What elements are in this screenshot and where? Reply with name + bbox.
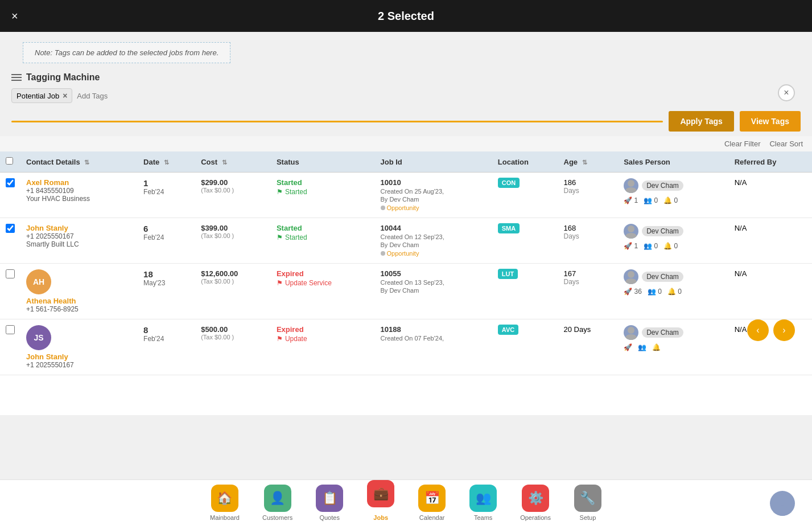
job-tag: Opportunity bbox=[381, 250, 419, 257]
job-tag: Opportunity bbox=[381, 204, 419, 211]
sales-person-name: Dev Cham bbox=[642, 181, 683, 191]
note-section: Note: Tags can be added to the selected … bbox=[0, 32, 812, 69]
header-age[interactable]: Age ⇅ bbox=[558, 151, 619, 173]
age-suffix: Days bbox=[564, 187, 613, 195]
table-row: Axel Roman +1 8435550109 Your HVAC Busin… bbox=[0, 173, 812, 218]
bottom-user-avatar[interactable] bbox=[770, 491, 795, 516]
date-month: Feb'24 bbox=[143, 233, 189, 241]
top-bar-title: 2 Selected bbox=[378, 10, 434, 23]
cost-main: $299.00 bbox=[201, 178, 265, 187]
next-page-button[interactable]: › bbox=[773, 319, 795, 341]
prev-page-button[interactable]: ‹ bbox=[747, 319, 769, 341]
sales-stats: 🚀 1 👥 0 🔔 0 bbox=[624, 196, 723, 204]
svg-point-4 bbox=[628, 271, 634, 278]
job-id: 10044 bbox=[381, 224, 487, 232]
job-by: By Dev Cham bbox=[381, 196, 487, 203]
nav-item-operations[interactable]: ⚙️ Operations bbox=[509, 480, 562, 526]
nav-label-customers: Customers bbox=[262, 514, 292, 521]
job-id: 10010 bbox=[381, 178, 487, 187]
sales-stats: 🚀 1 👥 0 🔔 0 bbox=[624, 242, 723, 250]
sales-person-name: Dev Cham bbox=[642, 272, 683, 282]
close-button[interactable]: × bbox=[11, 10, 18, 23]
nav-item-customers[interactable]: 👤 Customers bbox=[251, 480, 304, 526]
date-month: Feb'24 bbox=[143, 188, 189, 196]
select-all-checkbox[interactable] bbox=[6, 157, 13, 165]
contact-name[interactable]: John Stanly bbox=[26, 352, 132, 361]
header-status: Status bbox=[271, 151, 375, 173]
stat-people: 👥 bbox=[638, 343, 646, 351]
contact-company: Your HVAC Business bbox=[26, 195, 132, 203]
age-text: 168 bbox=[564, 224, 613, 232]
cost-tax: (Tax $0.00 ) bbox=[201, 187, 265, 194]
header-location: Location bbox=[492, 151, 558, 173]
nav-item-teams[interactable]: 👥 Teams bbox=[457, 480, 509, 526]
nav-label-operations: Operations bbox=[520, 514, 551, 521]
contact-name[interactable]: John Stanly bbox=[26, 224, 132, 232]
sales-person-row: Dev Cham bbox=[624, 224, 723, 239]
header-date[interactable]: Date ⇅ bbox=[138, 151, 195, 173]
svg-point-2 bbox=[628, 225, 634, 232]
nav-label-setup: Setup bbox=[580, 514, 596, 521]
svg-point-1 bbox=[625, 187, 637, 193]
tag-input[interactable] bbox=[77, 92, 801, 100]
tag-pill: Potential Job × bbox=[11, 88, 72, 103]
referred-by: N/A bbox=[729, 173, 812, 218]
nav-label-quotes: Quotes bbox=[319, 514, 339, 521]
contact-name[interactable]: Athena Health bbox=[26, 297, 132, 305]
nav-icon-mainboard: 🏠 bbox=[211, 485, 238, 512]
date-number: 18 bbox=[143, 269, 189, 279]
stat-rocket: 🚀 bbox=[624, 343, 632, 351]
header-cost[interactable]: Cost ⇅ bbox=[195, 151, 271, 173]
row-checkbox-3[interactable] bbox=[6, 325, 15, 334]
nav-item-calendar[interactable]: 📅 Calendar bbox=[406, 480, 457, 526]
location-badge: SMA bbox=[498, 223, 520, 233]
status-text: Expired bbox=[277, 325, 369, 334]
cost-tax: (Tax $0.00 ) bbox=[201, 278, 265, 285]
row-checkbox-0[interactable] bbox=[6, 178, 15, 187]
nav-items-container: 🏠 Mainboard 👤 Customers 📋 Quotes 💼 Jobs … bbox=[199, 480, 613, 526]
jobs-table: Contact Details ⇅ Date ⇅ Cost ⇅ Status J… bbox=[0, 151, 812, 375]
tagging-section: Tagging Machine Potential Job × bbox=[0, 69, 812, 106]
stat-people: 👥 0 bbox=[644, 242, 658, 250]
apply-tags-button[interactable]: Apply Tags bbox=[669, 111, 733, 132]
tagging-title: Tagging Machine bbox=[26, 72, 100, 83]
note-text: Note: Tags can be added to the selected … bbox=[23, 42, 230, 63]
contact-name[interactable]: Axel Roman bbox=[26, 178, 132, 187]
tag-pill-remove[interactable]: × bbox=[63, 91, 67, 100]
status-text: Expired bbox=[277, 269, 369, 278]
cost-main: $399.00 bbox=[201, 224, 265, 232]
nav-label-jobs: Jobs bbox=[373, 514, 388, 521]
cost-main: $12,600.00 bbox=[201, 269, 265, 278]
contact-phone: +1 8435550109 bbox=[26, 187, 132, 195]
job-created: Created On 12 Sep'23, bbox=[381, 233, 487, 240]
nav-item-mainboard[interactable]: 🏠 Mainboard bbox=[199, 480, 251, 526]
job-id: 10055 bbox=[381, 269, 487, 278]
tag-pill-label: Potential Job bbox=[17, 92, 59, 100]
close-note-button[interactable]: × bbox=[778, 84, 795, 101]
table-header-row: Contact Details ⇅ Date ⇅ Cost ⇅ Status J… bbox=[0, 151, 812, 173]
sales-person-row: Dev Cham bbox=[624, 269, 723, 284]
stat-bell: 🔔 bbox=[652, 343, 661, 351]
svg-point-9 bbox=[773, 507, 792, 516]
svg-point-7 bbox=[625, 334, 637, 340]
svg-point-0 bbox=[628, 180, 634, 187]
clear-filter-button[interactable]: Clear Filter bbox=[724, 140, 761, 148]
nav-item-setup[interactable]: 🔧 Setup bbox=[562, 480, 613, 526]
nav-icon-teams: 👥 bbox=[469, 485, 497, 512]
nav-item-quotes[interactable]: 📋 Quotes bbox=[304, 480, 355, 526]
header-contact[interactable]: Contact Details ⇅ bbox=[20, 151, 138, 173]
nav-icon-calendar: 📅 bbox=[418, 485, 446, 512]
nav-item-jobs[interactable]: 💼 Jobs bbox=[355, 480, 406, 526]
cost-tax: (Tax $0.00 ) bbox=[201, 232, 265, 239]
row-checkbox-2[interactable] bbox=[6, 269, 15, 278]
nav-label-mainboard: Mainboard bbox=[210, 514, 240, 521]
status-sub: ⚑ Started bbox=[277, 188, 369, 196]
stat-rocket: 🚀 36 bbox=[624, 288, 642, 296]
stat-bell: 🔔 0 bbox=[663, 242, 678, 250]
job-created: Created On 07 Feb'24, bbox=[381, 335, 487, 342]
tagging-header: Tagging Machine bbox=[11, 72, 801, 83]
row-checkbox-1[interactable] bbox=[6, 224, 15, 233]
view-tags-button[interactable]: View Tags bbox=[740, 111, 801, 132]
contact-phone: +1 2025550167 bbox=[26, 361, 132, 369]
clear-sort-button[interactable]: Clear Sort bbox=[769, 140, 803, 148]
